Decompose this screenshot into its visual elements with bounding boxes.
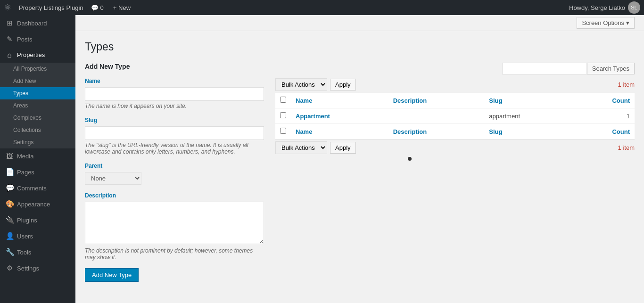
submenu-item-types[interactable]: Types [0,87,75,99]
sidebar-item-settings[interactable]: ⚙ Settings [0,260,75,276]
sidebar-label-appearance: Appearance [17,201,50,208]
types-table-wrap: Search Types Bulk Actions Apply [275,63,635,282]
dashboard-icon: ⊞ [6,19,13,27]
submenu-item-add-new[interactable]: Add New [0,75,75,87]
comments-icon-sidebar: 💬 [6,184,13,192]
sidebar-item-media[interactable]: 🖼 Media [0,148,75,164]
table-top-right: Search Types [502,63,635,74]
search-types-button[interactable]: Search Types [587,63,635,74]
settings-icon: ⚙ [6,264,13,272]
sidebar-label-media: Media [17,153,33,160]
name-desc: The name is how it appears on your site. [85,103,264,109]
sidebar-item-plugins[interactable]: 🔌 Plugins [0,212,75,228]
sidebar-item-appearance[interactable]: 🎨 Appearance [0,196,75,212]
sidebar-label-comments: Comments [17,185,47,192]
howdy-text: Howdy, Serge Liatko [569,4,625,11]
screen-options-label: Screen Options [582,19,624,26]
add-new-type-form: Add New Type Name The name is how it app… [85,63,264,282]
bulk-actions-top-select[interactable]: Bulk Actions [275,78,327,91]
row-name-link[interactable]: Appartment [296,113,330,120]
sidebar-label-plugins: Plugins [17,217,37,224]
slug-input[interactable] [85,126,264,140]
page-title: Types [85,41,635,53]
tf-name[interactable]: Name [291,124,388,139]
sidebar-item-users[interactable]: 👤 Users [0,228,75,244]
parent-label: Parent [85,163,264,169]
sidebar-item-posts[interactable]: ✎ Posts [0,31,75,47]
tf-count[interactable]: Count [574,124,635,139]
apply-bottom-button[interactable]: Apply [330,142,356,154]
bulk-actions-bottom-bar: Bulk Actions Apply 1 item [275,141,635,154]
add-new-form-title: Add New Type [85,63,264,70]
description-desc: The description is not prominent by defa… [85,247,264,261]
sidebar-item-tools[interactable]: 🔧 Tools [0,244,75,260]
wp-wrap: ⊞ Dashboard ✎ Posts ⌂ Properties All Pro… [0,0,644,303]
row-slug-cell: appartment [484,108,574,124]
tf-description[interactable]: Description [388,124,485,139]
parent-select[interactable]: None [85,172,141,185]
submenu-item-areas[interactable]: Areas [0,99,75,112]
parent-field: Parent None [85,163,264,185]
new-content-link[interactable]: + New [113,4,131,11]
slug-desc: The "slug" is the URL-friendly version o… [85,142,264,155]
th-count[interactable]: Count [574,93,635,108]
screen-options-button[interactable]: Screen Options ▾ [577,17,635,29]
table-header-row: Name Description Slug Count [275,93,635,108]
name-field: Name The name is how it appears on your … [85,78,264,109]
pages-icon: 📄 [6,168,13,176]
comments-count: 0 [100,4,104,11]
bulk-actions-bottom: Bulk Actions Apply [275,141,356,154]
sidebar-item-comments[interactable]: 💬 Comments [0,180,75,196]
user-avatar[interactable]: SL [628,1,640,14]
page-body: Types Add New Type Name The name is how … [75,31,644,291]
page-wrap: Types Add New Type Name The name is how … [85,41,635,282]
types-table: Name Description Slug Count [275,93,635,139]
select-all-checkbox[interactable] [280,97,286,103]
sidebar-item-properties[interactable]: ⌂ Properties All Properties Add New Type… [0,47,75,148]
sidebar-label-tools: Tools [17,249,31,256]
site-name-link[interactable]: Property Listings Plugin [19,4,83,11]
name-input[interactable] [85,87,264,101]
item-count-bottom: 1 item [618,144,635,151]
sidebar-label-properties: Properties [17,51,45,58]
comments-link[interactable]: 💬 0 [91,4,104,11]
description-field: Description The description is not promi… [85,192,264,261]
table-top-bar: Search Types [275,63,635,74]
th-checkbox [275,93,291,108]
properties-submenu: All Properties Add New Types Areas Compl… [0,63,75,148]
table-body: Appartment appartment 1 [275,108,635,124]
submenu-item-all-properties[interactable]: All Properties [0,63,75,75]
th-description[interactable]: Description [388,93,485,108]
add-new-type-button[interactable]: Add New Type [85,268,139,282]
submenu-item-collections[interactable]: Collections [0,124,75,136]
main-content: Screen Options ▾ Types Add New Type Name… [75,15,644,303]
search-input[interactable] [502,63,587,74]
admin-menu: ⊞ Dashboard ✎ Posts ⌂ Properties All Pro… [0,15,75,276]
description-label: Description [85,192,264,199]
description-textarea[interactable] [85,202,264,244]
submenu-item-settings[interactable]: Settings [0,136,75,148]
table-footer-row: Name Description Slug Count [275,124,635,139]
select-all-bottom-checkbox[interactable] [280,128,286,134]
bulk-actions-top-bar: Bulk Actions Apply 1 item [275,78,635,91]
row-checkbox-cell [275,108,291,124]
table-row: Appartment appartment 1 [275,108,635,124]
users-icon: 👤 [6,232,13,240]
sidebar-item-pages[interactable]: 📄 Pages [0,164,75,180]
sidebar-label-posts: Posts [17,36,33,43]
tf-slug[interactable]: Slug [484,124,574,139]
apply-top-button[interactable]: Apply [330,79,356,90]
sidebar-label-pages: Pages [17,169,34,176]
screen-options-chevron: ▾ [626,19,629,26]
posts-icon: ✎ [6,35,13,43]
bulk-actions-bottom-select[interactable]: Bulk Actions [275,141,327,154]
th-slug[interactable]: Slug [484,93,574,108]
submenu-item-complexes[interactable]: Complexes [0,112,75,124]
row-checkbox[interactable] [280,112,286,118]
sidebar-item-dashboard[interactable]: ⊞ Dashboard [0,15,75,31]
admin-bar: ⚛ Property Listings Plugin 💬 0 + New How… [0,0,644,15]
properties-icon: ⌂ [6,51,13,59]
wp-logo-icon[interactable]: ⚛ [4,2,11,13]
th-name[interactable]: Name [291,93,388,108]
comments-icon: 💬 [91,4,99,11]
